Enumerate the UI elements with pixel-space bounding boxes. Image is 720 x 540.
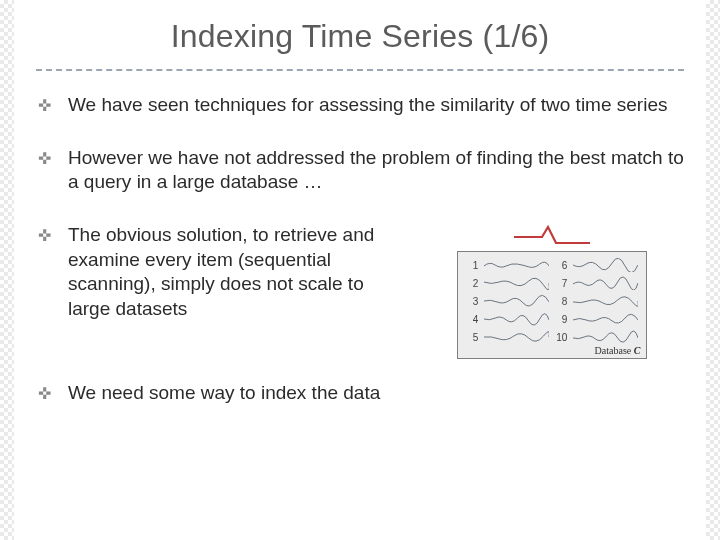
db-index: 6 (555, 259, 567, 272)
database-figure: 1 6 2 7 3 8 4 (421, 223, 684, 359)
db-index: 5 (466, 331, 478, 344)
bullet-item: ✜ We need some way to index the data (36, 381, 684, 406)
db-series-icon (484, 276, 549, 290)
db-series-icon (484, 258, 549, 272)
bullet-text: The obvious solution, to retrieve and ex… (68, 223, 407, 322)
bullet-text: However we have not addressed the proble… (68, 146, 684, 195)
db-series-icon (484, 294, 549, 308)
bullet-item: ✜ We have seen techniques for assessing … (36, 93, 684, 118)
db-index: 1 (466, 259, 478, 272)
db-series-icon (573, 330, 638, 344)
db-series-icon (484, 312, 549, 326)
db-series-icon (573, 294, 638, 308)
query-series-icon (512, 223, 592, 247)
decorative-border-right (706, 0, 720, 540)
bullet-list: ✜ We have seen techniques for assessing … (36, 93, 684, 406)
slide-title: Indexing Time Series (1/6) (36, 18, 684, 55)
bullet-marker-icon: ✜ (36, 96, 52, 117)
db-series-icon (573, 312, 638, 326)
db-index: 10 (555, 331, 567, 344)
db-series-icon (484, 330, 549, 344)
db-index: 9 (555, 313, 567, 326)
bullet-item: ✜ However we have not addressed the prob… (36, 146, 684, 195)
db-index: 3 (466, 295, 478, 308)
db-series-icon (573, 276, 638, 290)
db-index: 4 (466, 313, 478, 326)
bullet-item: ✜ The obvious solution, to retrieve and … (36, 223, 684, 359)
title-underline (36, 69, 684, 71)
db-index: 7 (555, 277, 567, 290)
database-box: 1 6 2 7 3 8 4 (457, 251, 647, 359)
decorative-border-left (0, 0, 14, 540)
database-label: Database C (595, 344, 641, 357)
slide-content: Indexing Time Series (1/6) ✜ We have see… (14, 0, 706, 540)
bullet-text: We need some way to index the data (68, 381, 407, 406)
db-series-icon (573, 258, 638, 272)
db-index: 8 (555, 295, 567, 308)
bullet-text: We have seen techniques for assessing th… (68, 93, 684, 118)
bullet-marker-icon: ✜ (36, 226, 52, 247)
bullet-marker-icon: ✜ (36, 149, 52, 170)
bullet-marker-icon: ✜ (36, 384, 52, 405)
db-index: 2 (466, 277, 478, 290)
